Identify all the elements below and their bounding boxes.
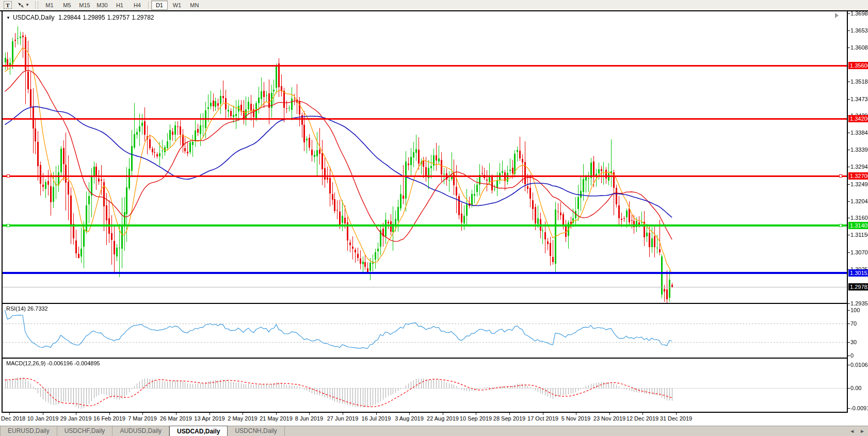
price-tick-label: 1.34730 xyxy=(850,96,868,102)
rsi-value: 26.7332 xyxy=(27,305,48,312)
toolbar: T ▼ M1M5M15M30H1H4D1W1MN xyxy=(0,0,868,10)
timeframe-button-mn[interactable]: MN xyxy=(186,1,203,10)
trading-terminal: T ▼ M1M5M15M30H1H4D1W1MN ▼USDCAD,Daily 1… xyxy=(0,0,868,436)
date-label: 23 Nov 2019 xyxy=(593,415,625,422)
date-tick-mark xyxy=(109,413,110,415)
date-label: 3 Aug 2019 xyxy=(395,415,424,422)
price-tick-label: 1.36980 xyxy=(850,10,868,17)
date-label: 22 Dec 2018 xyxy=(0,415,25,422)
date-tick-mark xyxy=(676,413,677,415)
price-tick-label: 1.32940 xyxy=(850,164,868,170)
candlestick-chart[interactable] xyxy=(3,11,847,303)
rsi-tick-label: 100 xyxy=(850,307,860,313)
date-tick-mark xyxy=(210,413,210,415)
rsi-indicator-chart[interactable] xyxy=(3,304,847,358)
dropdown-caret-icon[interactable]: ▼ xyxy=(25,3,29,7)
timeframe-button-m30[interactable]: M30 xyxy=(94,1,110,10)
tab-usdchf[interactable]: USDCHF,Daily xyxy=(57,426,113,436)
tab-scroll-right-button[interactable]: ► xyxy=(860,428,865,435)
date-axis[interactable]: 22 Dec 201810 Jan 201929 Jan 201916 Feb … xyxy=(3,413,847,426)
date-label: 28 Sep 2019 xyxy=(493,415,525,422)
axis-tick-mark xyxy=(848,99,850,100)
tab-usdcad[interactable]: USDCAD,Daily xyxy=(169,426,228,436)
macd-label: MACD(12,26,9) -0.006196 -0.004895 xyxy=(6,360,100,366)
symbol-dropdown-icon[interactable]: ▼ xyxy=(6,15,10,20)
date-label: 31 Dec 2019 xyxy=(660,415,692,422)
axis-tick-mark xyxy=(848,408,850,409)
rsi-label: RSI(14) 26.7332 xyxy=(6,305,48,312)
macd-indicator-chart[interactable] xyxy=(3,359,847,412)
axis-tick-mark xyxy=(848,13,850,14)
date-label: 16 Jul 2019 xyxy=(362,415,391,422)
toolbar-separator xyxy=(35,2,38,9)
scroll-to-end-marker[interactable] xyxy=(835,13,839,18)
timeframe-button-d1[interactable]: D1 xyxy=(151,1,168,10)
axis-tick-mark xyxy=(848,252,850,253)
close-value: 1.29782 xyxy=(132,14,154,21)
text-tool-button[interactable]: T xyxy=(2,1,14,9)
timeframe-button-w1[interactable]: W1 xyxy=(169,1,185,10)
date-label: 22 Aug 2019 xyxy=(427,415,459,422)
axis-tick-mark xyxy=(848,30,850,31)
price-tick-label: 1.36530 xyxy=(850,27,868,34)
tab-scroll-controls: ◄► xyxy=(849,428,865,435)
axis-tick-mark xyxy=(848,82,850,82)
hline-price-label: 1.32700 xyxy=(848,172,868,180)
axis-tick-mark xyxy=(848,47,850,48)
timeframe-button-h1[interactable]: H1 xyxy=(111,1,128,10)
date-tick-mark xyxy=(609,413,610,415)
axis-tick-mark xyxy=(848,167,850,167)
main-chart-pane: ▼USDCAD,Daily 1.298441.298951.297571.297… xyxy=(3,11,847,304)
date-tick-mark xyxy=(243,413,243,415)
axis-tick-mark xyxy=(848,388,850,389)
date-label: 27 Jun 2019 xyxy=(327,415,359,422)
date-tick-mark xyxy=(409,413,410,415)
timeframe-button-h4[interactable]: H4 xyxy=(129,1,146,10)
timeframe-button-m5[interactable]: M5 xyxy=(59,1,75,10)
axis-tick-mark xyxy=(848,303,850,304)
price-tick-label: 1.29350 xyxy=(850,300,868,306)
date-tick-mark xyxy=(576,413,576,415)
rsi-tick-label: 0 xyxy=(850,352,854,359)
date-tick-mark xyxy=(443,413,443,415)
axis-tick-mark xyxy=(848,201,850,202)
high-value: 1.29895 xyxy=(83,14,105,21)
axis-tick-mark xyxy=(848,235,850,235)
macd-tick-label: 0.010615 xyxy=(850,362,868,368)
timeframe-button-m15[interactable]: M15 xyxy=(76,1,93,10)
price-tick-label: 1.31600 xyxy=(850,215,868,221)
rsi-tick-label: 30 xyxy=(850,339,857,345)
axis-tick-mark xyxy=(848,184,850,185)
date-tick-mark xyxy=(43,413,43,415)
date-tick-mark xyxy=(76,413,76,415)
date-tick-mark xyxy=(509,413,510,415)
date-tick-mark xyxy=(642,413,643,415)
price-tick-label: 1.33840 xyxy=(850,130,868,136)
axis-tick-mark xyxy=(848,342,850,343)
chart-tab-bar: EURUSD,DailyUSDCHF,DailyAUDUSD,DailyUSDC… xyxy=(0,426,868,436)
price-tick-label: 1.33390 xyxy=(850,147,868,153)
hline-price-label: 1.30152 xyxy=(848,269,868,277)
rsi-tick-label: 70 xyxy=(850,320,857,327)
chart-window: ▼USDCAD,Daily 1.298441.298951.297571.297… xyxy=(0,10,868,426)
tab-audusd[interactable]: AUDUSD,Daily xyxy=(112,426,169,436)
macd-tick-label: 0.00 xyxy=(850,385,861,391)
tab-eurusd[interactable]: EURUSD,Daily xyxy=(0,426,57,436)
axis-tick-mark xyxy=(848,356,850,356)
rsi-pane: RSI(14) 26.7332 xyxy=(3,304,847,359)
chart-title[interactable]: ▼USDCAD,Daily 1.298441.298951.297571.297… xyxy=(6,14,156,21)
axis-tick-mark xyxy=(848,218,850,218)
date-tick-mark xyxy=(309,413,310,415)
arrows-tool-button[interactable]: ▼ xyxy=(15,1,31,9)
open-value: 1.29844 xyxy=(58,14,81,21)
tab-usdcnh[interactable]: USDCNH,Daily xyxy=(228,426,284,436)
date-label: 2 May 2019 xyxy=(228,415,257,422)
price-axis[interactable]: 1.369801.365301.360801.351801.347301.342… xyxy=(847,11,868,413)
axis-tick-mark xyxy=(848,365,850,365)
date-tick-mark xyxy=(9,413,10,415)
date-label: 7 Mar 2019 xyxy=(128,415,157,422)
date-label: 12 Dec 2019 xyxy=(626,415,658,422)
timeframe-button-m1[interactable]: M1 xyxy=(41,1,58,10)
axis-tick-mark xyxy=(848,150,850,150)
tab-scroll-left-button[interactable]: ◄ xyxy=(849,428,855,435)
